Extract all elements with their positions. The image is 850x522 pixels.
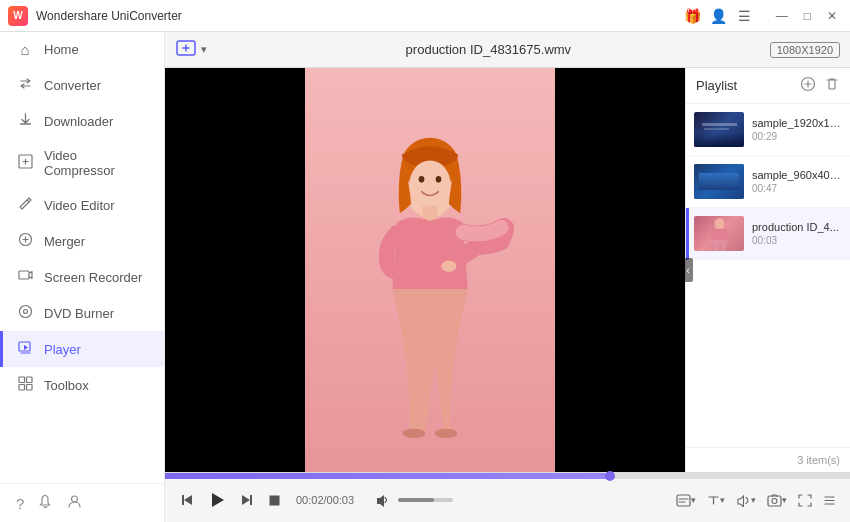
video-frame [305, 68, 555, 472]
video-center [305, 68, 555, 472]
audio-dropdown-arrow: ▾ [751, 495, 756, 505]
playlist-duration-1: 00:29 [752, 131, 842, 142]
minimize-button[interactable]: — [771, 7, 793, 25]
downloader-icon [16, 112, 34, 130]
video-area[interactable]: ‹ [165, 68, 685, 472]
merger-icon [16, 232, 34, 250]
home-icon: ⌂ [16, 41, 34, 58]
video-black-left [165, 68, 305, 472]
playlist-add-icon[interactable] [800, 76, 816, 95]
list-item[interactable]: production ID_4... 00:03 [686, 208, 850, 260]
fullscreen-button[interactable] [794, 491, 816, 510]
resolution-badge: 1080X1920 [770, 42, 840, 58]
playlist-title: Playlist [696, 78, 737, 93]
maximize-button[interactable]: □ [799, 7, 816, 25]
svg-point-10 [72, 496, 78, 502]
sidebar-item-converter[interactable]: Converter [0, 67, 164, 103]
svg-point-4 [23, 310, 27, 314]
skip-forward-button[interactable] [235, 490, 259, 510]
svg-rect-26 [677, 495, 690, 506]
sidebar-label-editor: Video Editor [44, 198, 115, 213]
playlist-items: sample_1920x10... 00:29 [686, 104, 850, 447]
sidebar-item-dvd-burner[interactable]: DVD Burner [0, 295, 164, 331]
svg-rect-25 [270, 495, 280, 505]
playlist-header: Playlist [686, 68, 850, 104]
playlist-thumb-3 [694, 216, 744, 251]
add-media-button[interactable]: ▾ [175, 39, 207, 61]
text-dropdown-arrow: ▾ [720, 495, 725, 505]
player-controls: 00:02/00:03 [165, 472, 850, 522]
controls-row: 00:02/00:03 [165, 479, 850, 522]
playlist-count: 3 item(s) [797, 454, 840, 466]
svg-point-15 [419, 176, 425, 183]
close-button[interactable]: ✕ [822, 7, 842, 25]
sidebar-label-player: Player [44, 342, 81, 357]
volume-button[interactable] [370, 490, 394, 510]
playlist-thumb-1 [694, 112, 744, 147]
playlist-info-3: production ID_4... 00:03 [752, 221, 842, 246]
volume-section [370, 490, 453, 510]
gift-icon[interactable]: 🎁 [683, 6, 703, 26]
skip-back-button[interactable] [175, 490, 199, 510]
sidebar-label-dvd: DVD Burner [44, 306, 114, 321]
svg-point-18 [403, 429, 426, 438]
sidebar-item-screen-recorder[interactable]: Screen Recorder [0, 259, 164, 295]
sidebar-item-merger[interactable]: Merger [0, 223, 164, 259]
sidebar-item-downloader[interactable]: Downloader [0, 103, 164, 139]
playlist-name-2: sample_960x400... [752, 169, 842, 181]
menu-icon[interactable]: ☰ [735, 6, 755, 26]
playlist-duration-2: 00:47 [752, 183, 842, 194]
volume-slider[interactable] [398, 498, 453, 502]
svg-rect-6 [19, 377, 25, 383]
menu-more-button[interactable] [819, 491, 840, 510]
add-btn-arrow: ▾ [201, 43, 207, 56]
player-main: ‹ Playlist [165, 68, 850, 472]
stop-button[interactable] [263, 491, 286, 510]
svg-rect-24 [250, 495, 252, 505]
bell-icon[interactable] [38, 494, 53, 512]
sidebar-item-player[interactable]: Player [0, 331, 164, 367]
thumb-ocean [694, 112, 744, 147]
thumb-pink [694, 216, 744, 251]
svg-rect-2 [19, 271, 29, 279]
svg-point-22 [714, 218, 724, 230]
progress-bar[interactable] [165, 473, 850, 479]
list-item[interactable]: sample_1920x10... 00:29 [686, 104, 850, 156]
sidebar-item-video-editor[interactable]: Video Editor [0, 187, 164, 223]
subtitle-button[interactable]: ▾ [672, 491, 700, 510]
editor-icon [16, 196, 34, 214]
playlist-delete-icon[interactable] [824, 76, 840, 95]
sidebar-item-video-compressor[interactable]: Video Compressor [0, 139, 164, 187]
player-icon [16, 340, 34, 358]
toolbox-icon [16, 376, 34, 394]
account-icon[interactable] [67, 494, 82, 512]
collapse-playlist-button[interactable]: ‹ [683, 258, 693, 282]
playlist-info-2: sample_960x400... 00:47 [752, 169, 842, 194]
sidebar-item-home[interactable]: ⌂ Home [0, 32, 164, 67]
snapshot-dropdown-arrow: ▾ [782, 495, 787, 505]
app-logo: W [8, 6, 28, 26]
svg-point-19 [435, 429, 458, 438]
audio-button[interactable]: ▾ [732, 491, 760, 510]
app-title: Wondershare UniConverter [36, 9, 182, 23]
text-button[interactable]: ▾ [703, 491, 729, 510]
thumb-blue [694, 164, 744, 199]
sidebar-item-toolbox[interactable]: Toolbox [0, 367, 164, 403]
user-icon[interactable]: 👤 [709, 6, 729, 26]
sidebar-label-recorder: Screen Recorder [44, 270, 142, 285]
svg-point-14 [409, 160, 451, 209]
main-layout: ⌂ Home Converter Downloader [0, 32, 850, 522]
svg-rect-23 [182, 495, 184, 505]
sidebar-label-home: Home [44, 42, 79, 57]
svg-rect-9 [26, 385, 32, 391]
content-area: ▾ production ID_4831675.wmv 1080X1920 [165, 32, 850, 522]
svg-rect-27 [768, 496, 781, 506]
svg-point-16 [436, 176, 442, 183]
volume-fill [398, 498, 434, 502]
video-black-right [555, 68, 685, 472]
svg-rect-7 [26, 377, 32, 383]
help-icon[interactable]: ? [16, 495, 24, 512]
play-button[interactable] [203, 488, 231, 512]
list-item[interactable]: sample_960x400... 00:47 [686, 156, 850, 208]
snapshot-button[interactable]: ▾ [763, 491, 791, 510]
